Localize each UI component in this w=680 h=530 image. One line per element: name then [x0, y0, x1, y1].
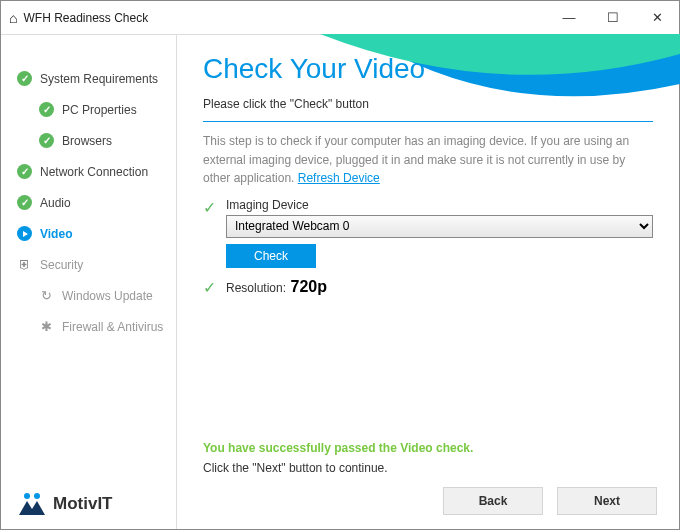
close-button[interactable]: ✕ — [635, 1, 679, 34]
check-button[interactable]: Check — [226, 244, 316, 268]
home-icon: ⌂ — [9, 10, 17, 26]
sidebar-item-windows-update[interactable]: ↻ Windows Update — [1, 282, 176, 309]
sidebar-item-label: Windows Update — [62, 289, 153, 303]
sidebar-item-label: Firewall & Antivirus — [62, 320, 163, 334]
sidebar-item-firewall-antivirus[interactable]: ✱ Firewall & Antivirus — [1, 313, 176, 340]
page-subtitle: Please click the "Check" button — [203, 97, 653, 111]
svg-point-0 — [24, 493, 30, 499]
sidebar-item-video[interactable]: Video — [1, 220, 176, 247]
sidebar-item-pc-properties[interactable]: PC Properties — [1, 96, 176, 123]
refresh-device-link[interactable]: Refresh Device — [298, 171, 380, 185]
play-circle-icon — [17, 226, 32, 241]
page-title: Check Your Video — [203, 53, 653, 85]
imaging-device-select[interactable]: Integrated Webcam 0 — [226, 215, 653, 238]
description-text: This step is to check if your computer h… — [203, 132, 653, 188]
success-message: You have successfully passed the Video c… — [203, 441, 653, 455]
refresh-icon: ↻ — [39, 288, 54, 303]
sidebar-item-browsers[interactable]: Browsers — [1, 127, 176, 154]
logo-mark-icon — [17, 491, 47, 517]
sidebar-item-label: Network Connection — [40, 165, 148, 179]
check-circle-icon — [17, 71, 32, 86]
logo: MotivIT — [17, 491, 113, 517]
next-instruction: Click the "Next" button to continue. — [203, 461, 653, 475]
check-icon: ✓ — [203, 278, 216, 297]
titlebar: ⌂ WFH Readiness Check — ☐ ✕ — [1, 1, 679, 35]
app-window: ⌂ WFH Readiness Check — ☐ ✕ System Requi… — [0, 0, 680, 530]
check-icon: ✓ — [203, 198, 216, 217]
svg-point-1 — [34, 493, 40, 499]
resolution-value: 720p — [291, 278, 327, 295]
maximize-button[interactable]: ☐ — [591, 1, 635, 34]
sidebar-item-label: Security — [40, 258, 83, 272]
check-circle-icon — [17, 195, 32, 210]
next-button[interactable]: Next — [557, 487, 657, 515]
imaging-device-label: Imaging Device — [226, 198, 653, 212]
sidebar-item-label: Browsers — [62, 134, 112, 148]
check-circle-icon — [17, 164, 32, 179]
minimize-button[interactable]: — — [547, 1, 591, 34]
sidebar-item-audio[interactable]: Audio — [1, 189, 176, 216]
check-circle-icon — [39, 133, 54, 148]
sidebar-item-system-requirements[interactable]: System Requirements — [1, 65, 176, 92]
description-body: This step is to check if your computer h… — [203, 134, 629, 185]
window-controls: — ☐ ✕ — [547, 1, 679, 34]
bug-icon: ✱ — [39, 319, 54, 334]
resolution-label: Resolution: — [226, 281, 286, 295]
horizontal-rule — [203, 121, 653, 122]
check-circle-icon — [39, 102, 54, 117]
sidebar-item-label: System Requirements — [40, 72, 158, 86]
footer-messages: You have successfully passed the Video c… — [203, 441, 653, 475]
sidebar-item-security[interactable]: ⛨ Security — [1, 251, 176, 278]
shield-icon: ⛨ — [17, 257, 32, 272]
sidebar-item-label: Audio — [40, 196, 71, 210]
logo-text: MotivIT — [53, 494, 113, 514]
sidebar-item-label: PC Properties — [62, 103, 137, 117]
window-title: WFH Readiness Check — [23, 11, 547, 25]
sidebar-item-network-connection[interactable]: Network Connection — [1, 158, 176, 185]
imaging-device-row: ✓ Imaging Device Integrated Webcam 0 Che… — [203, 198, 653, 268]
sidebar-item-label: Video — [40, 227, 72, 241]
resolution-row: ✓ Resolution: 720p — [203, 278, 653, 297]
back-button[interactable]: Back — [443, 487, 543, 515]
main-panel: Check Your Video Please click the "Check… — [177, 35, 679, 529]
sidebar: System Requirements PC Properties Browse… — [1, 35, 176, 529]
button-bar: Back Next — [443, 487, 657, 515]
